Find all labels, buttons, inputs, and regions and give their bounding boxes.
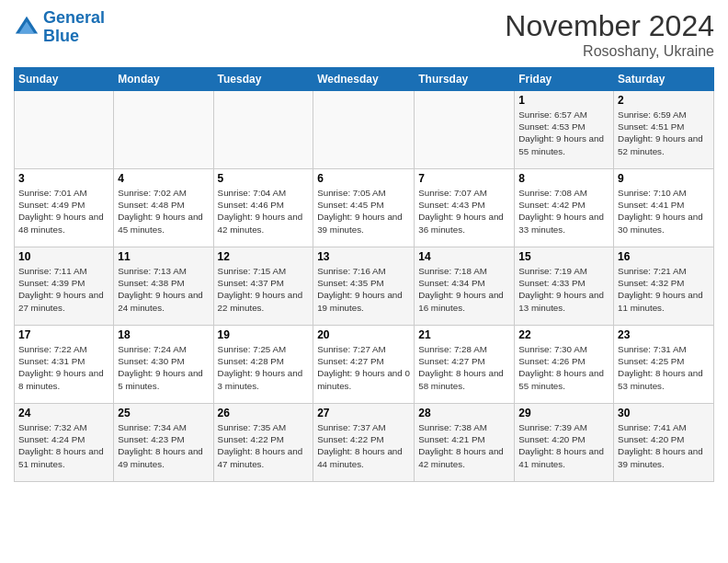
- calendar-week-2: 10Sunrise: 7:11 AMSunset: 4:39 PMDayligh…: [15, 247, 714, 326]
- column-header-friday: Friday: [515, 68, 614, 91]
- calendar-table: SundayMondayTuesdayWednesdayThursdayFrid…: [14, 67, 714, 482]
- day-number: 22: [518, 328, 609, 341]
- calendar-cell: 8Sunrise: 7:08 AMSunset: 4:42 PMDaylight…: [515, 169, 614, 247]
- day-number: 13: [317, 250, 410, 263]
- day-info: Sunrise: 7:24 AMSunset: 4:30 PMDaylight:…: [118, 343, 209, 392]
- day-number: 10: [18, 250, 109, 263]
- day-info: Sunrise: 7:04 AMSunset: 4:46 PMDaylight:…: [218, 187, 310, 236]
- calendar-cell: 6Sunrise: 7:05 AMSunset: 4:45 PMDaylight…: [313, 169, 415, 247]
- day-info: Sunrise: 7:37 AMSunset: 4:22 PMDaylight:…: [317, 421, 410, 470]
- calendar-cell: 26Sunrise: 7:35 AMSunset: 4:22 PMDayligh…: [213, 404, 313, 482]
- day-info: Sunrise: 7:30 AMSunset: 4:26 PMDaylight:…: [518, 343, 609, 392]
- calendar-cell: 20Sunrise: 7:27 AMSunset: 4:27 PMDayligh…: [313, 326, 415, 404]
- calendar-cell: 28Sunrise: 7:38 AMSunset: 4:21 PMDayligh…: [415, 404, 515, 482]
- calendar-cell: 25Sunrise: 7:34 AMSunset: 4:23 PMDayligh…: [114, 404, 213, 482]
- column-header-thursday: Thursday: [415, 68, 515, 91]
- logo-line2: Blue: [43, 27, 79, 45]
- day-number: 28: [418, 407, 510, 419]
- day-number: 11: [118, 250, 209, 263]
- calendar-cell: 2Sunrise: 6:59 AMSunset: 4:51 PMDaylight…: [614, 91, 714, 169]
- column-header-saturday: Saturday: [614, 68, 714, 91]
- day-info: Sunrise: 7:39 AMSunset: 4:20 PMDaylight:…: [518, 421, 609, 470]
- day-number: 29: [518, 407, 609, 419]
- day-number: 5: [218, 172, 310, 185]
- calendar-week-0: 1Sunrise: 6:57 AMSunset: 4:53 PMDaylight…: [15, 91, 714, 169]
- calendar-cell: 3Sunrise: 7:01 AMSunset: 4:49 PMDaylight…: [15, 169, 114, 247]
- day-info: Sunrise: 7:10 AMSunset: 4:41 PMDaylight:…: [618, 187, 710, 236]
- day-info: Sunrise: 7:02 AMSunset: 4:48 PMDaylight:…: [118, 187, 209, 236]
- column-header-sunday: Sunday: [15, 68, 114, 91]
- calendar-cell: [313, 91, 415, 169]
- calendar-cell: 27Sunrise: 7:37 AMSunset: 4:22 PMDayligh…: [313, 404, 415, 482]
- day-number: 9: [618, 172, 710, 185]
- day-info: Sunrise: 7:05 AMSunset: 4:45 PMDaylight:…: [317, 187, 410, 236]
- calendar-cell: 9Sunrise: 7:10 AMSunset: 4:41 PMDaylight…: [614, 169, 714, 247]
- calendar-cell: 18Sunrise: 7:24 AMSunset: 4:30 PMDayligh…: [114, 326, 213, 404]
- day-number: 27: [317, 407, 410, 419]
- calendar-cell: 23Sunrise: 7:31 AMSunset: 4:25 PMDayligh…: [614, 326, 714, 404]
- calendar-cell: 14Sunrise: 7:18 AMSunset: 4:34 PMDayligh…: [415, 247, 515, 326]
- calendar-cell: 1Sunrise: 6:57 AMSunset: 4:53 PMDaylight…: [515, 91, 614, 169]
- day-number: 8: [518, 172, 609, 185]
- calendar-cell: 17Sunrise: 7:22 AMSunset: 4:31 PMDayligh…: [15, 326, 114, 404]
- day-info: Sunrise: 7:22 AMSunset: 4:31 PMDaylight:…: [18, 343, 109, 392]
- calendar-cell: [15, 91, 114, 169]
- day-number: 23: [618, 328, 710, 341]
- day-info: Sunrise: 7:15 AMSunset: 4:37 PMDaylight:…: [218, 265, 310, 314]
- day-number: 19: [218, 328, 310, 341]
- day-info: Sunrise: 7:31 AMSunset: 4:25 PMDaylight:…: [618, 343, 710, 392]
- day-number: 12: [218, 250, 310, 263]
- day-number: 7: [418, 172, 510, 185]
- calendar-cell: 13Sunrise: 7:16 AMSunset: 4:35 PMDayligh…: [313, 247, 415, 326]
- day-number: 6: [317, 172, 410, 185]
- day-number: 30: [618, 407, 710, 419]
- day-number: 18: [118, 328, 209, 341]
- day-info: Sunrise: 7:07 AMSunset: 4:43 PMDaylight:…: [418, 187, 510, 236]
- day-info: Sunrise: 7:28 AMSunset: 4:27 PMDaylight:…: [418, 343, 510, 392]
- day-info: Sunrise: 7:38 AMSunset: 4:21 PMDaylight:…: [418, 421, 510, 470]
- calendar-cell: 30Sunrise: 7:41 AMSunset: 4:20 PMDayligh…: [614, 404, 714, 482]
- day-info: Sunrise: 7:19 AMSunset: 4:33 PMDaylight:…: [518, 265, 609, 314]
- logo-line1: General: [43, 8, 105, 27]
- day-number: 24: [18, 407, 109, 419]
- column-header-wednesday: Wednesday: [313, 68, 415, 91]
- title-block: November 2024 Rososhany, Ukraine: [505, 9, 714, 60]
- calendar-cell: 29Sunrise: 7:39 AMSunset: 4:20 PMDayligh…: [515, 404, 614, 482]
- day-number: 17: [18, 328, 109, 341]
- calendar-cell: 24Sunrise: 7:32 AMSunset: 4:24 PMDayligh…: [15, 404, 114, 482]
- day-number: 16: [618, 250, 710, 263]
- calendar-cell: 12Sunrise: 7:15 AMSunset: 4:37 PMDayligh…: [213, 247, 313, 326]
- day-info: Sunrise: 6:59 AMSunset: 4:51 PMDaylight:…: [618, 109, 710, 157]
- day-number: 1: [518, 94, 609, 107]
- calendar-cell: 11Sunrise: 7:13 AMSunset: 4:38 PMDayligh…: [114, 247, 213, 326]
- logo: General Blue: [14, 9, 105, 46]
- day-number: 21: [418, 328, 510, 341]
- calendar-cell: 4Sunrise: 7:02 AMSunset: 4:48 PMDaylight…: [114, 169, 213, 247]
- calendar-header-row: SundayMondayTuesdayWednesdayThursdayFrid…: [15, 68, 714, 91]
- logo-icon: [14, 15, 40, 40]
- day-info: Sunrise: 7:35 AMSunset: 4:22 PMDaylight:…: [218, 421, 310, 470]
- day-info: Sunrise: 7:16 AMSunset: 4:35 PMDaylight:…: [317, 265, 410, 314]
- calendar-cell: [114, 91, 213, 169]
- day-info: Sunrise: 7:27 AMSunset: 4:27 PMDaylight:…: [317, 343, 410, 392]
- day-info: Sunrise: 7:21 AMSunset: 4:32 PMDaylight:…: [618, 265, 710, 314]
- calendar-week-3: 17Sunrise: 7:22 AMSunset: 4:31 PMDayligh…: [15, 326, 714, 404]
- day-info: Sunrise: 7:13 AMSunset: 4:38 PMDaylight:…: [118, 265, 209, 314]
- column-header-tuesday: Tuesday: [213, 68, 313, 91]
- day-info: Sunrise: 6:57 AMSunset: 4:53 PMDaylight:…: [518, 109, 609, 157]
- day-number: 15: [518, 250, 609, 263]
- day-number: 25: [118, 407, 209, 419]
- calendar-week-1: 3Sunrise: 7:01 AMSunset: 4:49 PMDaylight…: [15, 169, 714, 247]
- day-info: Sunrise: 7:18 AMSunset: 4:34 PMDaylight:…: [418, 265, 510, 314]
- day-number: 2: [618, 94, 710, 107]
- calendar-cell: 10Sunrise: 7:11 AMSunset: 4:39 PMDayligh…: [15, 247, 114, 326]
- day-number: 26: [218, 407, 310, 419]
- calendar-cell: [415, 91, 515, 169]
- day-info: Sunrise: 7:41 AMSunset: 4:20 PMDaylight:…: [618, 421, 710, 470]
- calendar-week-4: 24Sunrise: 7:32 AMSunset: 4:24 PMDayligh…: [15, 404, 714, 482]
- logo-text: General Blue: [43, 9, 105, 46]
- calendar-cell: 22Sunrise: 7:30 AMSunset: 4:26 PMDayligh…: [515, 326, 614, 404]
- calendar-cell: 15Sunrise: 7:19 AMSunset: 4:33 PMDayligh…: [515, 247, 614, 326]
- day-info: Sunrise: 7:11 AMSunset: 4:39 PMDaylight:…: [18, 265, 109, 314]
- calendar-cell: 21Sunrise: 7:28 AMSunset: 4:27 PMDayligh…: [415, 326, 515, 404]
